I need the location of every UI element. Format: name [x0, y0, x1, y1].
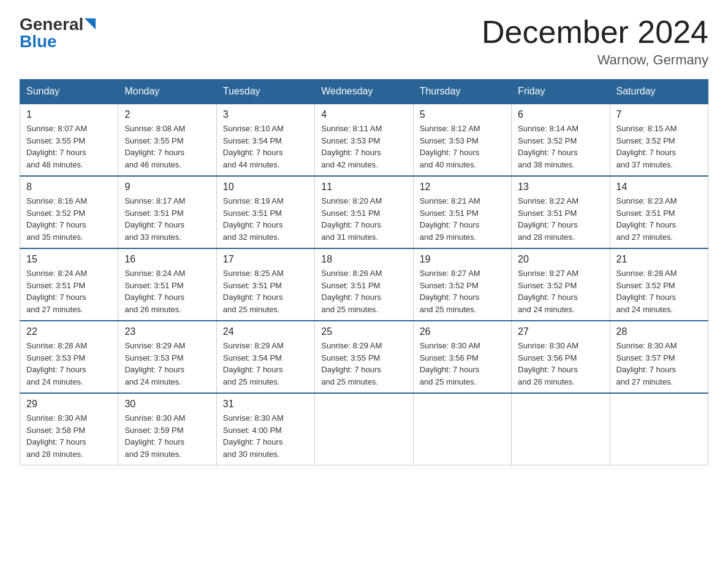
calendar-cell: 11 Sunrise: 8:20 AMSunset: 3:51 PMDaylig… [315, 176, 413, 248]
calendar-cell: 19 Sunrise: 8:27 AMSunset: 3:52 PMDaylig… [413, 248, 511, 321]
calendar-cell: 15 Sunrise: 8:24 AMSunset: 3:51 PMDaylig… [20, 248, 118, 321]
day-number: 12 [420, 182, 505, 193]
calendar-cell: 18 Sunrise: 8:26 AMSunset: 3:51 PMDaylig… [315, 248, 413, 321]
calendar-cell: 31 Sunrise: 8:30 AMSunset: 4:00 PMDaylig… [216, 393, 314, 465]
calendar-cell: 25 Sunrise: 8:29 AMSunset: 3:55 PMDaylig… [315, 321, 413, 393]
calendar-cell: 17 Sunrise: 8:25 AMSunset: 3:51 PMDaylig… [216, 248, 314, 321]
day-number: 24 [223, 326, 308, 337]
calendar-cell: 14 Sunrise: 8:23 AMSunset: 3:51 PMDaylig… [610, 176, 708, 248]
calendar-cell: 13 Sunrise: 8:22 AMSunset: 3:51 PMDaylig… [512, 176, 610, 248]
day-info: Sunrise: 8:10 AMSunset: 3:54 PMDaylight:… [223, 123, 308, 170]
day-number: 28 [616, 326, 702, 337]
day-number: 25 [321, 326, 406, 337]
weekday-header-friday: Friday [512, 80, 610, 104]
day-number: 5 [420, 109, 505, 120]
day-info: Sunrise: 8:28 AMSunset: 3:52 PMDaylight:… [616, 267, 702, 315]
calendar-cell: 30 Sunrise: 8:30 AMSunset: 3:59 PMDaylig… [118, 393, 216, 465]
day-number: 2 [124, 109, 210, 120]
weekday-header-wednesday: Wednesday [315, 80, 413, 104]
logo-triangle-icon [85, 18, 96, 31]
day-number: 13 [518, 182, 603, 193]
calendar-cell [413, 393, 511, 465]
week-row-2: 8 Sunrise: 8:16 AMSunset: 3:52 PMDayligh… [20, 176, 708, 248]
calendar-cell [512, 393, 610, 465]
day-info: Sunrise: 8:21 AMSunset: 3:51 PMDaylight:… [420, 195, 505, 243]
day-info: Sunrise: 8:23 AMSunset: 3:51 PMDaylight:… [616, 195, 702, 243]
day-info: Sunrise: 8:16 AMSunset: 3:52 PMDaylight:… [26, 195, 112, 243]
day-number: 16 [124, 254, 210, 265]
day-info: Sunrise: 8:17 AMSunset: 3:51 PMDaylight:… [124, 195, 210, 243]
weekday-header-monday: Monday [118, 80, 216, 104]
week-row-5: 29 Sunrise: 8:30 AMSunset: 3:58 PMDaylig… [20, 393, 708, 465]
day-number: 4 [321, 109, 406, 120]
day-number: 20 [518, 254, 603, 265]
day-number: 19 [420, 254, 505, 265]
month-title: December 2024 [482, 15, 708, 50]
calendar-cell: 4 Sunrise: 8:11 AMSunset: 3:53 PMDayligh… [315, 104, 413, 176]
day-info: Sunrise: 8:08 AMSunset: 3:55 PMDaylight:… [124, 123, 210, 170]
week-row-3: 15 Sunrise: 8:24 AMSunset: 3:51 PMDaylig… [20, 248, 708, 321]
day-info: Sunrise: 8:30 AMSunset: 3:59 PMDaylight:… [124, 412, 210, 460]
logo: General Blue [20, 15, 96, 52]
day-info: Sunrise: 8:24 AMSunset: 3:51 PMDaylight:… [124, 267, 210, 315]
weekday-header-thursday: Thursday [413, 80, 511, 104]
calendar-cell: 22 Sunrise: 8:28 AMSunset: 3:53 PMDaylig… [20, 321, 118, 393]
day-info: Sunrise: 8:28 AMSunset: 3:53 PMDaylight:… [26, 340, 112, 388]
day-number: 15 [26, 254, 112, 265]
calendar-cell: 28 Sunrise: 8:30 AMSunset: 3:57 PMDaylig… [610, 321, 708, 393]
day-info: Sunrise: 8:26 AMSunset: 3:51 PMDaylight:… [321, 267, 406, 315]
day-info: Sunrise: 8:22 AMSunset: 3:51 PMDaylight:… [518, 195, 603, 243]
day-info: Sunrise: 8:30 AMSunset: 3:56 PMDaylight:… [420, 340, 505, 388]
day-info: Sunrise: 8:25 AMSunset: 3:51 PMDaylight:… [223, 267, 308, 315]
day-number: 7 [616, 109, 702, 120]
day-info: Sunrise: 8:29 AMSunset: 3:53 PMDaylight:… [124, 340, 210, 388]
day-number: 21 [616, 254, 702, 265]
day-number: 30 [124, 399, 210, 410]
calendar-cell: 1 Sunrise: 8:07 AMSunset: 3:55 PMDayligh… [20, 104, 118, 176]
day-info: Sunrise: 8:30 AMSunset: 3:56 PMDaylight:… [518, 340, 603, 388]
day-number: 17 [223, 254, 308, 265]
location-text: Warnow, Germany [482, 52, 708, 68]
day-number: 22 [26, 326, 112, 337]
day-info: Sunrise: 8:15 AMSunset: 3:52 PMDaylight:… [616, 123, 702, 170]
day-info: Sunrise: 8:07 AMSunset: 3:55 PMDaylight:… [26, 123, 112, 170]
day-info: Sunrise: 8:30 AMSunset: 3:58 PMDaylight:… [26, 412, 112, 460]
calendar-cell: 9 Sunrise: 8:17 AMSunset: 3:51 PMDayligh… [118, 176, 216, 248]
day-number: 1 [26, 109, 112, 120]
week-row-1: 1 Sunrise: 8:07 AMSunset: 3:55 PMDayligh… [20, 104, 708, 176]
day-number: 27 [518, 326, 603, 337]
calendar-cell: 7 Sunrise: 8:15 AMSunset: 3:52 PMDayligh… [610, 104, 708, 176]
day-info: Sunrise: 8:19 AMSunset: 3:51 PMDaylight:… [223, 195, 308, 243]
calendar-cell: 27 Sunrise: 8:30 AMSunset: 3:56 PMDaylig… [512, 321, 610, 393]
calendar-cell [315, 393, 413, 465]
calendar-cell: 10 Sunrise: 8:19 AMSunset: 3:51 PMDaylig… [216, 176, 314, 248]
day-number: 6 [518, 109, 603, 120]
weekday-header-row: SundayMondayTuesdayWednesdayThursdayFrid… [20, 80, 708, 104]
day-info: Sunrise: 8:20 AMSunset: 3:51 PMDaylight:… [321, 195, 406, 243]
day-info: Sunrise: 8:27 AMSunset: 3:52 PMDaylight:… [518, 267, 603, 315]
day-number: 26 [420, 326, 505, 337]
day-number: 14 [616, 182, 702, 193]
title-section: December 2024 Warnow, Germany [482, 15, 708, 68]
calendar-cell: 24 Sunrise: 8:29 AMSunset: 3:54 PMDaylig… [216, 321, 314, 393]
calendar-cell: 29 Sunrise: 8:30 AMSunset: 3:58 PMDaylig… [20, 393, 118, 465]
calendar-cell: 5 Sunrise: 8:12 AMSunset: 3:53 PMDayligh… [413, 104, 511, 176]
day-info: Sunrise: 8:24 AMSunset: 3:51 PMDaylight:… [26, 267, 112, 315]
calendar-cell: 26 Sunrise: 8:30 AMSunset: 3:56 PMDaylig… [413, 321, 511, 393]
calendar-cell: 20 Sunrise: 8:27 AMSunset: 3:52 PMDaylig… [512, 248, 610, 321]
logo-blue-text: Blue [20, 32, 57, 52]
calendar-cell: 16 Sunrise: 8:24 AMSunset: 3:51 PMDaylig… [118, 248, 216, 321]
day-info: Sunrise: 8:12 AMSunset: 3:53 PMDaylight:… [420, 123, 505, 170]
calendar-cell: 3 Sunrise: 8:10 AMSunset: 3:54 PMDayligh… [216, 104, 314, 176]
day-number: 9 [124, 182, 210, 193]
calendar-cell: 6 Sunrise: 8:14 AMSunset: 3:52 PMDayligh… [512, 104, 610, 176]
weekday-header-tuesday: Tuesday [216, 80, 314, 104]
day-number: 10 [223, 182, 308, 193]
day-info: Sunrise: 8:27 AMSunset: 3:52 PMDaylight:… [420, 267, 505, 315]
day-number: 3 [223, 109, 308, 120]
page-header: General Blue December 2024 Warnow, Germa… [20, 15, 708, 68]
day-number: 29 [26, 399, 112, 410]
day-number: 8 [26, 182, 112, 193]
calendar-cell [610, 393, 708, 465]
day-number: 31 [223, 399, 308, 410]
